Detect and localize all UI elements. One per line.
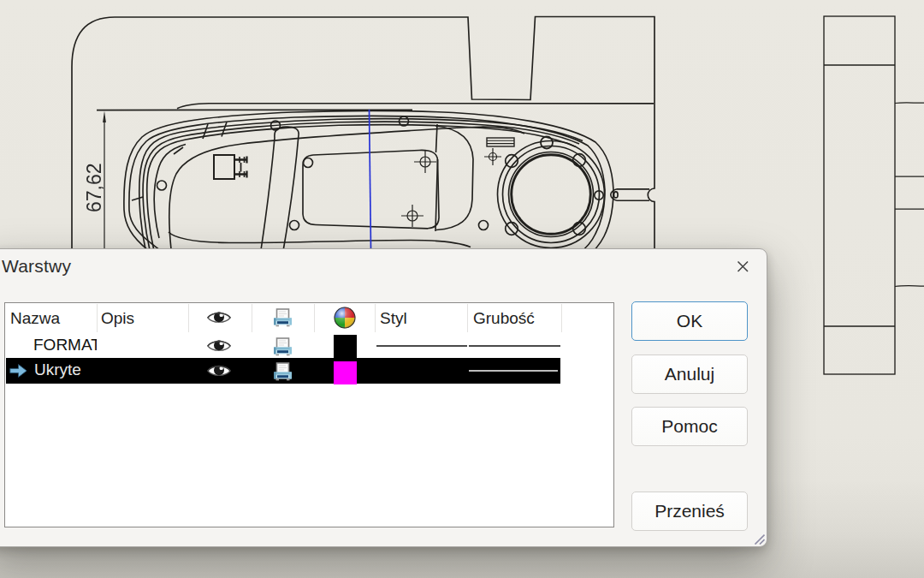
ok-button[interactable]: OK [631, 301, 748, 341]
column-separator [188, 304, 189, 332]
color-wheel-icon[interactable] [334, 307, 356, 332]
layers-dialog: Warstwy Nazwa Opis Styl Grubość FORMA [0, 248, 767, 547]
layer-name: FORMAT [33, 336, 97, 355]
eye-icon[interactable] [207, 309, 231, 329]
line-thickness-preview[interactable] [469, 345, 560, 346]
column-header-style[interactable]: Styl [380, 309, 407, 328]
layers-table: Nazwa Opis Styl Grubość FORMAT [4, 302, 614, 527]
column-separator [252, 304, 252, 332]
current-layer-arrow-icon [9, 363, 27, 378]
printer-icon[interactable] [273, 362, 293, 384]
help-button[interactable]: Pomoc [631, 407, 748, 446]
layer-name: Ukryte [34, 361, 98, 379]
app-stage: 67,62 Warstwy Nazwa Opis Styl Grubość [0, 0, 924, 578]
cancel-button[interactable]: Anuluj [631, 355, 748, 394]
layer-row-format[interactable]: FORMAT [5, 333, 613, 359]
printer-icon[interactable] [273, 308, 293, 331]
dimension-label: 67,62 [83, 163, 105, 212]
column-separator [375, 304, 376, 332]
layer-color-swatch[interactable] [334, 335, 357, 358]
layer-color-swatch[interactable] [334, 361, 357, 384]
column-separator [314, 304, 315, 332]
close-icon [737, 260, 749, 273]
eye-icon[interactable] [207, 362, 231, 382]
eye-icon[interactable] [207, 337, 231, 357]
move-button[interactable]: Przenieś [631, 492, 748, 531]
column-separator [467, 304, 468, 332]
resize-grip[interactable] [751, 531, 765, 545]
column-separator [97, 304, 98, 332]
printer-icon[interactable] [273, 337, 293, 360]
column-header-thickness[interactable]: Grubość [473, 309, 535, 328]
line-thickness-preview[interactable] [469, 370, 558, 372]
column-header-description[interactable]: Opis [101, 309, 134, 328]
column-separator [561, 304, 562, 332]
layer-row-ukryte[interactable]: Ukryte [5, 358, 613, 384]
line-style-preview[interactable] [376, 345, 467, 346]
close-button[interactable] [726, 253, 759, 279]
dialog-title: Warstwy [2, 256, 71, 277]
column-header-name[interactable]: Nazwa [10, 309, 60, 328]
